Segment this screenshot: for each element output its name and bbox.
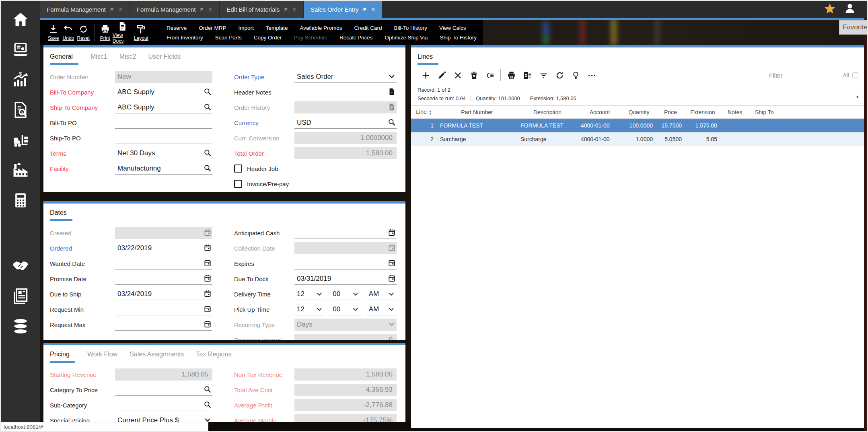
tab-dates[interactable]: Dates: [50, 209, 72, 221]
export-excel-button[interactable]: [519, 71, 535, 80]
request-min-field[interactable]: [115, 303, 212, 315]
close-icon[interactable]: [208, 7, 213, 12]
copy-order-button[interactable]: Copy Order: [248, 34, 288, 41]
optimize-ship-via-button[interactable]: Optimize Ship Via: [378, 34, 434, 41]
pin-icon[interactable]: [362, 7, 367, 12]
search-icon[interactable]: [204, 164, 212, 172]
tab-work-flow[interactable]: Work Flow: [87, 351, 117, 363]
tab-formula-management-1[interactable]: Formula Management: [40, 1, 130, 18]
col-extension[interactable]: Extension: [685, 106, 720, 119]
refresh-lines-button[interactable]: [551, 71, 568, 80]
ship-to-company-field[interactable]: ABC Supply: [115, 101, 212, 113]
calendar-icon[interactable]: [204, 244, 212, 252]
calendar-icon[interactable]: [204, 290, 212, 298]
line-detail-button[interactable]: [482, 71, 498, 80]
due-to-dock-field[interactable]: 03/31/2019: [294, 273, 397, 285]
from-inventory-button[interactable]: From Inventory: [160, 34, 209, 41]
tab-lines[interactable]: Lines: [418, 53, 438, 65]
facility-field[interactable]: Manufacturing: [115, 163, 212, 175]
reset-button[interactable]: Reset: [76, 24, 91, 41]
add-line-button[interactable]: [418, 71, 434, 80]
delivery-ampm-select[interactable]: AM: [366, 288, 397, 300]
header-notes-field[interactable]: [294, 86, 397, 98]
available-promos-button[interactable]: Available Promos: [294, 24, 348, 32]
search-icon[interactable]: [204, 385, 212, 393]
more-actions-button[interactable]: [584, 71, 600, 80]
sidebar-item-data[interactable]: [9, 315, 32, 337]
terms-field[interactable]: Net 30 Days: [115, 147, 212, 159]
calendar-icon[interactable]: [388, 274, 396, 282]
ordered-field[interactable]: 03/22/2019: [115, 242, 212, 254]
tab-formula-management-2[interactable]: Formula Management: [130, 1, 220, 18]
tab-pricing[interactable]: Pricing: [50, 351, 75, 363]
header-job-checkbox[interactable]: [234, 165, 242, 173]
scan-parts-button[interactable]: Scan Parts: [209, 34, 248, 41]
sidebar-item-production[interactable]: [9, 159, 32, 181]
close-icon[interactable]: [371, 7, 376, 12]
tab-tax-regions[interactable]: Tax Regions: [196, 351, 231, 363]
delete-line-button[interactable]: [466, 71, 482, 80]
filter-label[interactable]: Filter: [769, 72, 782, 79]
reserve-button[interactable]: Reserve: [160, 24, 193, 32]
sidebar-item-home[interactable]: [9, 8, 32, 31]
notes-doc-icon[interactable]: [388, 88, 396, 96]
print-lines-button[interactable]: [503, 71, 519, 80]
filter-lines-button[interactable]: [535, 71, 551, 80]
table-row-1[interactable]: 1 FORMULA TEST FORMULA TEST 4000-01-00 1…: [411, 119, 864, 132]
calendar-icon[interactable]: [388, 228, 396, 237]
recalc-prices-button[interactable]: Recalc Prices: [333, 34, 379, 41]
col-part-number[interactable]: Part Number: [437, 106, 517, 119]
template-button[interactable]: Template: [260, 24, 294, 32]
pin-icon[interactable]: [283, 7, 288, 12]
layout-button[interactable]: Layout: [133, 24, 150, 41]
calendar-icon[interactable]: [204, 305, 212, 313]
tab-sales-order-entry[interactable]: Sales Order Entry: [304, 1, 382, 18]
calendar-icon[interactable]: [204, 259, 212, 267]
view-docs-button[interactable]: View Docs: [113, 21, 133, 44]
tab-user-fields[interactable]: User Fields: [148, 53, 181, 65]
tab-misc1[interactable]: Misc1: [91, 53, 107, 65]
ship-to-history-button[interactable]: Ship-To History: [434, 34, 483, 41]
sidebar-item-documents[interactable]: [9, 285, 32, 307]
pickup-ampm-select[interactable]: AM: [366, 303, 397, 315]
calendar-icon[interactable]: [204, 320, 212, 328]
sidebar-item-warehouse[interactable]: [9, 129, 32, 151]
category-to-price-field[interactable]: [115, 384, 212, 396]
search-icon[interactable]: [204, 88, 212, 96]
close-icon[interactable]: [118, 7, 123, 12]
col-line[interactable]: Line▲▼: [411, 106, 437, 119]
tab-sales-assignments[interactable]: Sales Assignments: [130, 351, 184, 363]
sidebar-item-invoices[interactable]: [9, 99, 32, 121]
search-icon[interactable]: [204, 103, 212, 111]
chevron-down-icon[interactable]: [388, 72, 396, 80]
undo-button[interactable]: Undo: [61, 24, 76, 41]
collapse-panel-arrow[interactable]: [855, 95, 860, 101]
sidebar-item-workstation[interactable]: [9, 38, 32, 61]
col-quantity[interactable]: Quantity: [622, 106, 656, 119]
request-max-field[interactable]: [115, 319, 212, 331]
tab-misc2[interactable]: Misc2: [119, 53, 136, 65]
delivery-minute-select[interactable]: 00: [330, 288, 360, 300]
bill-to-po-field[interactable]: [115, 117, 212, 129]
save-button[interactable]: Save: [46, 24, 61, 41]
anticipated-cash-field[interactable]: [294, 227, 397, 239]
table-row-2[interactable]: 2 Surcharge Surcharge 4000-01-00 1.0000 …: [411, 132, 864, 146]
import-button[interactable]: Import: [232, 24, 260, 32]
pin-icon[interactable]: [109, 7, 115, 12]
user-account-icon[interactable]: [844, 2, 856, 16]
currency-field[interactable]: USD: [294, 117, 397, 129]
order-mrp-button[interactable]: Order MRP: [193, 24, 232, 32]
invoice-prepay-checkbox[interactable]: [234, 180, 242, 188]
sidebar-item-sales[interactable]: [9, 68, 32, 91]
pickup-hour-select[interactable]: 12: [294, 303, 325, 315]
suggestions-button[interactable]: [568, 71, 584, 80]
expires-field[interactable]: [294, 257, 397, 269]
promise-date-field[interactable]: [115, 273, 212, 285]
bill-to-history-button[interactable]: Bill-To History: [388, 24, 433, 32]
close-icon[interactable]: [292, 7, 297, 12]
credit-card-button[interactable]: Credit Card: [348, 24, 388, 32]
bill-to-company-field[interactable]: ABC Supply: [115, 86, 212, 98]
pickup-minute-select[interactable]: 00: [330, 303, 360, 315]
due-to-ship-field[interactable]: 03/24/2019: [115, 288, 212, 300]
delivery-hour-select[interactable]: 12: [294, 288, 325, 300]
